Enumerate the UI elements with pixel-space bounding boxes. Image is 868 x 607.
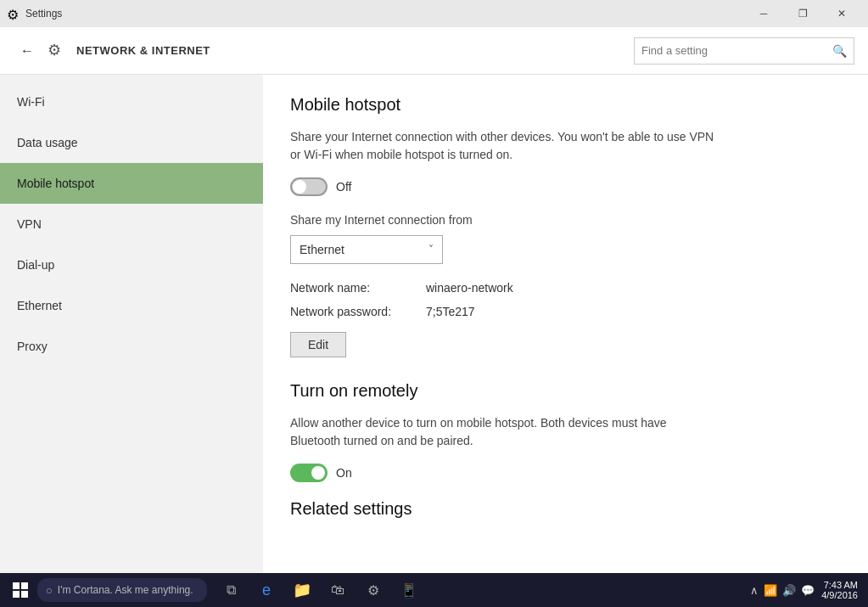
maximize-button[interactable]: ❐ xyxy=(783,0,822,27)
remote-section-title: Turn on remotely xyxy=(290,381,841,401)
sidebar-item-vpn-label: VPN xyxy=(17,217,42,231)
taskbar-apps: ⧉ e 📁 🛍 ⚙ 📱 xyxy=(214,573,426,607)
tray-arrow-icon[interactable]: ∧ xyxy=(750,584,759,597)
main-layout: Wi-Fi Data usage Mobile hotspot VPN Dial… xyxy=(0,75,868,573)
titlebar: ⚙ Settings ─ ❐ ✕ xyxy=(0,0,868,27)
volume-icon[interactable]: 🔊 xyxy=(782,584,796,597)
phone-icon: 📱 xyxy=(400,582,417,599)
toggle-thumb xyxy=(293,180,306,194)
app-header: ← ⚙ NETWORK & INTERNET 🔍 xyxy=(0,27,868,75)
close-button[interactable]: ✕ xyxy=(822,0,861,27)
settings-taskbar-icon: ⚙ xyxy=(367,582,379,599)
taskbar: ○ I'm Cortana. Ask me anything. ⧉ e 📁 🛍 … xyxy=(0,573,868,607)
connection-dropdown[interactable]: Ethernet ˅ xyxy=(290,235,443,264)
sidebar-item-mobile-hotspot[interactable]: Mobile hotspot xyxy=(0,163,263,204)
sidebar-item-vpn[interactable]: VPN xyxy=(0,204,263,244)
network-gear-icon: ⚙ xyxy=(48,41,68,61)
network-name-row: Network name: winaero-network xyxy=(290,281,841,295)
remote-description: Allow another device to turn on mobile h… xyxy=(290,414,714,450)
network-name-label: Network name: xyxy=(290,281,426,295)
search-input[interactable] xyxy=(641,44,832,57)
file-explorer-button[interactable]: 📁 xyxy=(285,573,319,607)
remote-toggle-row: On xyxy=(290,464,841,482)
settings-window-icon: ⚙ xyxy=(7,7,20,20)
clock-date: 4/9/2016 xyxy=(821,590,858,600)
cortana-icon: ○ xyxy=(46,584,53,597)
store-button[interactable]: 🛍 xyxy=(321,573,355,607)
sidebar-item-wifi-label: Wi-Fi xyxy=(17,95,45,109)
start-button[interactable] xyxy=(3,573,37,607)
window-controls: ─ ❐ ✕ xyxy=(744,0,861,27)
network-name-value: winaero-network xyxy=(426,281,513,295)
taskbar-clock[interactable]: 7:43 AM 4/9/2016 xyxy=(821,580,858,600)
store-icon: 🛍 xyxy=(331,582,344,598)
settings-button[interactable]: ⚙ xyxy=(356,573,390,607)
sidebar-item-ethernet-label: Ethernet xyxy=(17,299,62,312)
task-view-button[interactable]: ⧉ xyxy=(214,573,248,607)
titlebar-title: Settings xyxy=(25,8,744,20)
remote-toggle-thumb xyxy=(311,466,325,480)
remote-toggle[interactable] xyxy=(290,464,328,482)
sidebar-item-proxy-label: Proxy xyxy=(17,340,48,353)
search-icon: 🔍 xyxy=(832,44,847,58)
windows-logo-icon xyxy=(13,582,28,598)
task-view-icon: ⧉ xyxy=(227,582,236,598)
sidebar-item-data-usage[interactable]: Data usage xyxy=(0,122,263,163)
content-area: Mobile hotspot Share your Internet conne… xyxy=(263,75,868,573)
network-password-row: Network password: 7;5Te217 xyxy=(290,305,841,318)
system-tray: ∧ 📶 🔊 💬 xyxy=(750,584,815,597)
related-settings-title: Related settings xyxy=(290,499,841,519)
network-password-value: 7;5Te217 xyxy=(426,305,475,318)
sidebar-item-proxy[interactable]: Proxy xyxy=(0,326,263,367)
sidebar: Wi-Fi Data usage Mobile hotspot VPN Dial… xyxy=(0,75,263,573)
clock-time: 7:43 AM xyxy=(821,580,858,590)
sidebar-item-mobile-hotspot-label: Mobile hotspot xyxy=(17,177,94,190)
settings-search-box[interactable]: 🔍 xyxy=(634,37,854,65)
edge-icon: e xyxy=(262,582,271,599)
sidebar-item-data-usage-label: Data usage xyxy=(17,136,78,149)
file-explorer-icon: 📁 xyxy=(293,581,311,599)
share-connection-label: Share my Internet connection from xyxy=(290,213,841,227)
edge-browser-button[interactable]: e xyxy=(249,573,283,607)
sidebar-item-ethernet[interactable]: Ethernet xyxy=(0,285,263,326)
chevron-down-icon: ˅ xyxy=(428,244,434,256)
network-password-label: Network password: xyxy=(290,305,426,318)
back-button[interactable]: ← xyxy=(14,37,41,65)
notification-icon[interactable]: 💬 xyxy=(801,584,815,597)
edit-button[interactable]: Edit xyxy=(290,332,346,357)
hotspot-toggle-row: Off xyxy=(290,177,841,196)
page-title: Mobile hotspot xyxy=(290,95,841,115)
phone-companion-button[interactable]: 📱 xyxy=(392,573,426,607)
cortana-search-placeholder: I'm Cortana. Ask me anything. xyxy=(58,584,193,596)
sidebar-item-dial-up-label: Dial-up xyxy=(17,258,54,272)
hotspot-description: Share your Internet connection with othe… xyxy=(290,128,714,164)
sidebar-item-wifi[interactable]: Wi-Fi xyxy=(0,81,263,122)
cortana-search-box[interactable]: ○ I'm Cortana. Ask me anything. xyxy=(37,578,207,602)
hotspot-toggle[interactable] xyxy=(290,177,328,196)
network-icon[interactable]: 📶 xyxy=(764,584,777,597)
hotspot-toggle-label: Off xyxy=(336,180,351,194)
minimize-button[interactable]: ─ xyxy=(744,0,783,27)
connection-dropdown-value: Ethernet xyxy=(300,243,344,256)
remote-toggle-label: On xyxy=(336,466,352,480)
page-header-title: NETWORK & INTERNET xyxy=(76,44,634,57)
sidebar-item-dial-up[interactable]: Dial-up xyxy=(0,244,263,285)
taskbar-right: ∧ 📶 🔊 💬 7:43 AM 4/9/2016 xyxy=(750,580,865,600)
